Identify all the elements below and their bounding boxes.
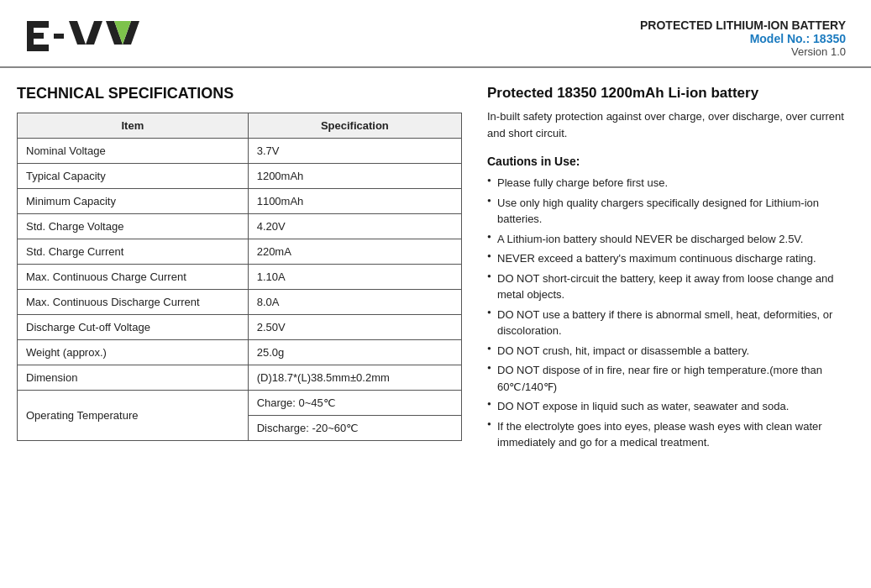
table-spec-cell: 220mA — [248, 239, 461, 265]
table-spec-cell: Charge: 0~45℃ — [248, 391, 461, 416]
list-item: If the electrolyte goes into eyes, pleas… — [487, 418, 846, 451]
table-item-cell: Std. Charge Voltage — [18, 214, 249, 239]
header-model: Model No.: 18350 — [640, 32, 846, 45]
specs-table: Item Specification Nominal Voltage3.7VTy… — [17, 113, 462, 441]
list-item: Use only high quality chargers specifica… — [487, 195, 846, 228]
table-item-cell: Nominal Voltage — [18, 139, 249, 164]
table-item-cell: Max. Continuous Discharge Current — [18, 290, 249, 315]
table-spec-cell: 1.10A — [248, 265, 461, 290]
table-item-cell: Std. Charge Current — [18, 239, 249, 265]
product-desc: In-built safety protection against over … — [487, 108, 846, 141]
svg-marker-6 — [86, 21, 102, 45]
header: PROTECTED LITHIUM-ION BATTERY Model No.:… — [0, 0, 871, 68]
col1-header: Item — [18, 113, 249, 139]
table-item-cell: Weight (approx.) — [18, 340, 249, 365]
content-area: TECHNICAL SPECIFICATIONS Item Specificat… — [0, 68, 871, 471]
cautions-title: Cautions in Use: — [487, 155, 846, 168]
list-item: DO NOT use a battery if there is abnorma… — [487, 307, 846, 339]
table-item-cell: Dimension — [18, 365, 249, 391]
table-spec-cell: 4.20V — [248, 214, 461, 239]
product-title: Protected 18350 1200mAh Li-ion battery — [487, 85, 846, 102]
table-item-cell: Discharge Cut-off Voltage — [18, 315, 249, 340]
list-item: DO NOT dispose of in fire, near fire or … — [487, 362, 846, 395]
col2-header: Specification — [248, 113, 461, 139]
list-item: DO NOT short-circuit the battery, keep i… — [487, 270, 846, 303]
header-version: Version 1.0 — [640, 45, 846, 58]
svg-rect-3 — [27, 45, 49, 51]
table-spec-cell: 1100mAh — [248, 189, 461, 214]
svg-rect-4 — [54, 34, 64, 39]
table-spec-cell: 25.0g — [248, 340, 461, 365]
header-info: PROTECTED LITHIUM-ION BATTERY Model No.:… — [640, 15, 846, 58]
caution-list: Please fully charge before first use.Use… — [487, 175, 846, 451]
list-item: Please fully charge before first use. — [487, 175, 846, 192]
table-item-cell: Max. Continuous Charge Current — [18, 265, 249, 290]
specs-section: TECHNICAL SPECIFICATIONS Item Specificat… — [17, 85, 462, 454]
list-item: DO NOT crush, hit, impact or disassemble… — [487, 343, 846, 360]
table-item-cell: Operating Temperature — [18, 391, 249, 441]
table-spec-cell: 8.0A — [248, 290, 461, 315]
table-spec-cell: 2.50V — [248, 315, 461, 340]
table-spec-cell: 1200mAh — [248, 164, 461, 189]
table-item-cell: Minimum Capacity — [18, 189, 249, 214]
svg-marker-5 — [69, 21, 86, 45]
table-spec-cell: 3.7V — [248, 139, 461, 164]
section-title: TECHNICAL SPECIFICATIONS — [17, 85, 462, 102]
list-item: DO NOT expose in liquid such as water, s… — [487, 398, 846, 415]
list-item: A Lithium-ion battery should NEVER be di… — [487, 231, 846, 248]
header-title: PROTECTED LITHIUM-ION BATTERY — [640, 18, 846, 32]
table-spec-cell: Discharge: -20~60℃ — [248, 416, 461, 441]
table-spec-cell: (D)18.7*(L)38.5mm±0.2mm — [248, 365, 461, 391]
table-item-cell: Typical Capacity — [18, 164, 249, 189]
svg-rect-1 — [27, 21, 49, 28]
svg-rect-2 — [27, 33, 44, 39]
logo-area — [25, 15, 147, 57]
right-section: Protected 18350 1200mAh Li-ion battery I… — [487, 85, 846, 454]
list-item: NEVER exceed a battery's maximum continu… — [487, 250, 846, 267]
evva-logo — [25, 15, 147, 57]
